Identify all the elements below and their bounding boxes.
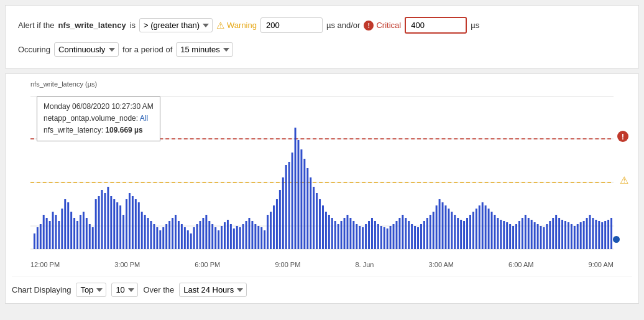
svg-rect-19 xyxy=(70,212,72,249)
svg-rect-66 xyxy=(214,227,216,249)
svg-rect-133 xyxy=(420,224,422,249)
warning-unit: µs and/or xyxy=(326,21,360,30)
svg-rect-98 xyxy=(313,187,315,249)
svg-rect-31 xyxy=(107,187,109,249)
svg-rect-67 xyxy=(218,230,219,249)
svg-rect-84 xyxy=(270,212,272,249)
svg-rect-76 xyxy=(246,221,247,249)
svg-rect-21 xyxy=(76,221,78,249)
svg-rect-181 xyxy=(568,222,569,249)
svg-rect-140 xyxy=(442,202,444,249)
critical-threshold-input[interactable] xyxy=(405,17,467,34)
svg-rect-46 xyxy=(153,224,155,249)
svg-rect-128 xyxy=(405,218,407,249)
x-tick-5: 8. Jun xyxy=(356,261,374,268)
svg-rect-49 xyxy=(162,227,164,249)
svg-rect-112 xyxy=(356,224,357,249)
warning-threshold-icon: ⚠ xyxy=(620,174,628,186)
svg-rect-104 xyxy=(331,218,333,249)
svg-rect-170 xyxy=(534,222,536,249)
occurring-select[interactable]: Continuously xyxy=(54,42,119,57)
svg-rect-124 xyxy=(393,224,395,249)
svg-rect-185 xyxy=(580,222,582,249)
svg-rect-64 xyxy=(208,221,210,249)
current-value-dot xyxy=(613,235,620,245)
svg-rect-74 xyxy=(239,227,241,249)
svg-rect-113 xyxy=(359,226,361,249)
period-select[interactable]: 15 minutes xyxy=(176,42,233,57)
svg-rect-65 xyxy=(211,224,213,249)
svg-rect-60 xyxy=(196,224,198,249)
svg-rect-165 xyxy=(518,221,520,249)
svg-rect-110 xyxy=(349,218,351,249)
svg-rect-150 xyxy=(472,212,474,249)
svg-rect-158 xyxy=(497,218,499,249)
svg-rect-37 xyxy=(126,199,127,249)
x-tick-3: 6:00 PM xyxy=(195,261,220,268)
svg-rect-35 xyxy=(119,205,121,249)
svg-rect-179 xyxy=(561,220,563,249)
svg-rect-69 xyxy=(224,222,226,249)
svg-rect-42 xyxy=(141,212,143,249)
svg-rect-130 xyxy=(411,224,413,249)
chart-controls-bar: Chart Displaying Top 10 20 50 Over the L… xyxy=(12,276,632,297)
chart-tooltip: Monday 06/08/2020 10:27:30 AM netapp_ont… xyxy=(37,96,160,141)
warning-icon: ⚠ xyxy=(216,20,224,31)
svg-rect-119 xyxy=(377,224,379,249)
svg-rect-107 xyxy=(341,221,343,249)
svg-rect-11 xyxy=(46,218,48,249)
svg-rect-89 xyxy=(285,165,287,249)
tooltip-node: netapp_ontap.volume_node: All xyxy=(44,113,154,125)
svg-rect-29 xyxy=(101,190,103,249)
svg-rect-77 xyxy=(249,218,251,249)
svg-rect-58 xyxy=(190,233,192,249)
svg-rect-143 xyxy=(451,212,453,249)
svg-rect-169 xyxy=(531,220,533,249)
top-select-dropdown[interactable]: Top xyxy=(76,283,106,297)
svg-rect-187 xyxy=(586,218,588,249)
svg-rect-75 xyxy=(242,224,244,249)
svg-rect-53 xyxy=(175,215,177,249)
svg-rect-154 xyxy=(485,205,487,249)
x-tick-4: 9:00 PM xyxy=(275,261,300,268)
top-count-select[interactable]: 10 20 50 xyxy=(111,283,138,297)
over-period-select[interactable]: Last 24 Hours Last 7 Days Last 30 Days xyxy=(179,283,247,297)
tooltip-metric: nfs_write_latency: 109.669 µs xyxy=(44,125,154,136)
operator-select[interactable]: > (greater than) xyxy=(139,18,213,32)
svg-rect-173 xyxy=(543,227,545,249)
warning-threshold-input[interactable] xyxy=(260,17,323,33)
svg-rect-87 xyxy=(279,190,281,249)
svg-rect-156 xyxy=(491,212,493,249)
svg-rect-102 xyxy=(325,212,327,249)
svg-rect-7 xyxy=(34,233,35,249)
svg-rect-61 xyxy=(200,221,201,249)
alert-condition-row: Alert if the nfs_write_latency is > (gre… xyxy=(18,17,626,34)
svg-rect-126 xyxy=(398,218,400,249)
svg-rect-111 xyxy=(352,221,354,249)
svg-rect-13 xyxy=(52,212,54,249)
svg-rect-127 xyxy=(402,215,403,249)
alert-config-panel: Alert if the nfs_write_latency is > (gre… xyxy=(5,5,639,68)
svg-rect-174 xyxy=(546,224,548,249)
svg-rect-94 xyxy=(300,149,302,249)
svg-rect-176 xyxy=(552,218,554,249)
svg-rect-30 xyxy=(104,193,106,249)
svg-rect-71 xyxy=(230,224,232,249)
svg-rect-114 xyxy=(362,227,364,249)
warning-group: ⚠ Warning µs and/or xyxy=(216,17,360,33)
svg-rect-32 xyxy=(110,196,112,249)
svg-rect-63 xyxy=(205,215,207,249)
svg-rect-186 xyxy=(583,221,585,249)
svg-rect-52 xyxy=(172,218,173,249)
svg-rect-41 xyxy=(138,202,140,249)
svg-rect-123 xyxy=(390,226,392,249)
svg-rect-122 xyxy=(387,228,389,249)
svg-rect-33 xyxy=(113,199,115,249)
svg-rect-183 xyxy=(574,226,576,249)
svg-rect-195 xyxy=(610,218,612,249)
occurring-label: Occuring xyxy=(18,45,50,54)
svg-rect-131 xyxy=(414,226,416,249)
svg-rect-12 xyxy=(49,221,51,249)
svg-rect-155 xyxy=(488,209,490,249)
svg-rect-157 xyxy=(494,215,495,249)
